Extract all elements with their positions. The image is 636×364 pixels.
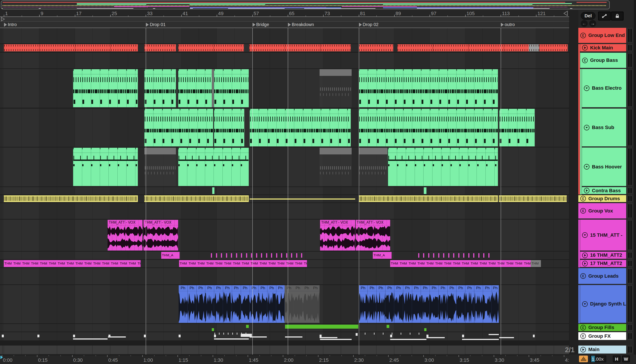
- track-header-bass-hoover[interactable]: Bass Hoover: [582, 148, 626, 186]
- clip[interactable]: [397, 44, 529, 52]
- clip[interactable]: [462, 339, 499, 340]
- clip[interactable]: [356, 333, 358, 336]
- clip[interactable]: [428, 253, 429, 258]
- clip[interactable]: [178, 148, 249, 186]
- clip[interactable]: [473, 253, 474, 258]
- beat-ruler[interactable]: 191725334149576573818997105113121: [0, 10, 569, 17]
- clip[interactable]: Ph: [258, 285, 267, 323]
- group-icon[interactable]: [580, 333, 586, 339]
- clip[interactable]: [499, 337, 514, 338]
- fold-icon[interactable]: [582, 232, 588, 238]
- clip[interactable]: Ph: [430, 285, 439, 323]
- clip[interactable]: [261, 253, 262, 258]
- clip[interactable]: [228, 333, 228, 335]
- clip[interactable]: [212, 328, 214, 331]
- clip[interactable]: Ph: [359, 285, 368, 323]
- clip[interactable]: [73, 148, 138, 186]
- clip[interactable]: Ph: [394, 285, 403, 323]
- clip[interactable]: Ph: [412, 285, 421, 323]
- main-track-lane[interactable]: [0, 346, 569, 354]
- locator-breakdown[interactable]: Breakdown: [288, 22, 314, 27]
- clip-THM[interactable]: THM: [531, 260, 541, 267]
- clip[interactable]: [433, 253, 434, 258]
- group-icon[interactable]: [580, 208, 586, 214]
- clip[interactable]: [246, 333, 246, 335]
- clip[interactable]: Ph: [447, 285, 456, 323]
- clip[interactable]: [285, 324, 358, 329]
- clip[interactable]: [438, 253, 439, 258]
- clip[interactable]: [359, 69, 498, 107]
- clip[interactable]: Ph: [196, 285, 205, 323]
- clip[interactable]: [426, 335, 428, 337]
- clip[interactable]: [144, 109, 213, 146]
- clip[interactable]: Ph: [179, 285, 187, 323]
- clip[interactable]: [232, 333, 233, 335]
- clip[interactable]: [401, 333, 401, 335]
- clip[interactable]: Ph: [311, 285, 320, 323]
- clip[interactable]: Ph: [241, 285, 250, 323]
- clip[interactable]: [246, 253, 247, 258]
- clip[interactable]: [108, 336, 126, 338]
- clip[interactable]: Ph: [368, 285, 376, 323]
- clip[interactable]: [256, 253, 257, 258]
- track-header-main[interactable]: Main: [578, 346, 626, 354]
- clip[interactable]: [2, 335, 4, 337]
- locator-drop-01[interactable]: Drop 01: [146, 22, 165, 27]
- clip[interactable]: Ph: [465, 285, 474, 323]
- clip[interactable]: [236, 253, 237, 258]
- clip[interactable]: [359, 44, 393, 52]
- clip[interactable]: [221, 253, 222, 258]
- clip[interactable]: [426, 337, 445, 338]
- play-icon[interactable]: [580, 347, 586, 353]
- clip[interactable]: [453, 253, 454, 258]
- zoom-height-button[interactable]: H: [613, 356, 620, 362]
- clip[interactable]: [296, 253, 297, 258]
- clip[interactable]: Ph: [439, 285, 447, 323]
- clip[interactable]: THM_ATT - VOX: [320, 220, 355, 250]
- fold-icon[interactable]: [584, 164, 590, 170]
- locator-drop-02[interactable]: Drop 02: [359, 22, 379, 27]
- play-icon[interactable]: [582, 45, 588, 51]
- clip[interactable]: [390, 339, 426, 340]
- track-header-group-vox[interactable]: Group Vox: [578, 203, 626, 218]
- clip[interactable]: Ph: [456, 285, 465, 323]
- clip[interactable]: Ph: [302, 285, 311, 323]
- track-header-group-low-end[interactable]: Group Low End: [578, 28, 626, 43]
- locator-outro[interactable]: outro: [501, 22, 515, 27]
- clip[interactable]: [178, 69, 212, 107]
- clip[interactable]: [359, 195, 498, 202]
- clip[interactable]: [483, 253, 484, 258]
- clip[interactable]: [539, 44, 567, 52]
- back-arrow-icon[interactable]: ←: [581, 20, 588, 27]
- play-icon[interactable]: [584, 188, 590, 194]
- clip[interactable]: [249, 44, 351, 52]
- clip[interactable]: [4, 195, 138, 202]
- clip-THM[interactable]: THM: [137, 260, 141, 267]
- clip[interactable]: [392, 333, 392, 335]
- group-icon[interactable]: [580, 324, 586, 331]
- clip-THM[interactable]: THM: [303, 260, 307, 267]
- clip[interactable]: [448, 253, 449, 258]
- clip[interactable]: [219, 333, 220, 335]
- delete-button[interactable]: Del: [581, 12, 595, 20]
- clip[interactable]: [226, 253, 227, 258]
- track-header-bass-sub[interactable]: Bass Sub: [582, 108, 626, 146]
- clip[interactable]: [241, 333, 242, 335]
- clip[interactable]: [359, 109, 498, 146]
- clip[interactable]: [418, 253, 419, 258]
- clip[interactable]: [144, 195, 248, 202]
- lock-envelopes-button[interactable]: [611, 12, 623, 20]
- track-header-thm-att-15[interactable]: 15 THM_ATT -: [580, 220, 626, 250]
- track-header-group-bass[interactable]: Group Bass: [580, 53, 626, 68]
- track-header-group-drums[interactable]: Group Drums: [578, 195, 626, 202]
- fold-icon[interactable]: [582, 301, 588, 307]
- clip[interactable]: [390, 335, 392, 337]
- clip[interactable]: [463, 253, 464, 258]
- clip[interactable]: [231, 253, 232, 258]
- clip[interactable]: [320, 337, 337, 338]
- track-header-kick-main[interactable]: Kick Main: [580, 44, 626, 52]
- locator-intro[interactable]: Intro: [4, 22, 17, 27]
- clip[interactable]: [281, 253, 282, 258]
- track-header-group-fills[interactable]: Group Fills: [578, 324, 626, 331]
- clip[interactable]: [246, 325, 249, 328]
